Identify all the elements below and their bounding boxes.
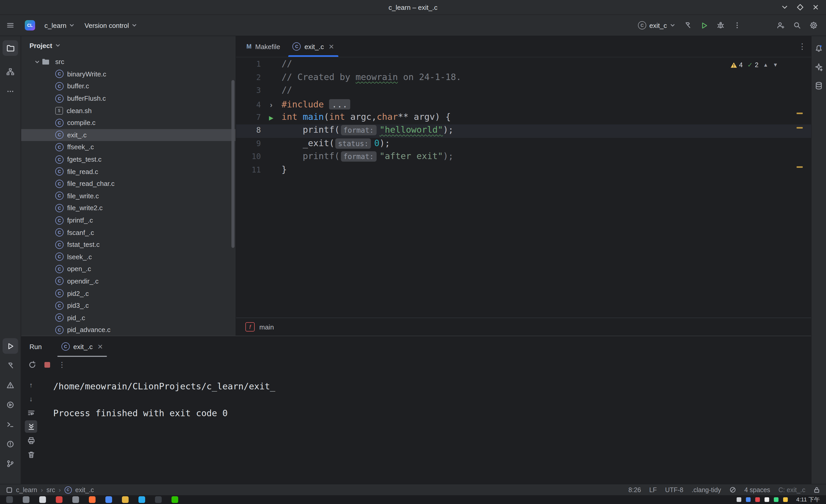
project-switcher[interactable]: c_learn: [40, 19, 78, 31]
warnings-count[interactable]: 4: [730, 61, 743, 68]
run-gutter-icon[interactable]: ▶: [269, 115, 274, 121]
taskbar-app-yellow[interactable]: [122, 496, 129, 503]
tool-more-button[interactable]: [3, 84, 18, 99]
taskbar-app-wechat[interactable]: [172, 496, 178, 503]
taskbar-app-telegram[interactable]: [138, 496, 145, 503]
tree-item-file_read_char.c[interactable]: Cfile_read_char.c: [21, 178, 236, 190]
encoding-widget[interactable]: UTF-8: [665, 486, 684, 493]
tree-item-lseek_.c[interactable]: Clseek_.c: [21, 251, 236, 263]
clear-all-button[interactable]: [25, 448, 37, 461]
tree-item-ffseek_.c[interactable]: Cffseek_.c: [21, 141, 236, 153]
build-button[interactable]: [680, 18, 695, 33]
ai-assistant-button[interactable]: [813, 61, 825, 73]
clang-tidy-widget[interactable]: .clang-tidy: [692, 486, 721, 493]
print-button[interactable]: [25, 434, 37, 447]
tree-item-pid3_.c[interactable]: Cpid3_.c: [21, 300, 236, 312]
taskbar-app-red[interactable]: [56, 496, 62, 503]
tool-build-button[interactable]: [3, 358, 18, 373]
inspections-widget-icon[interactable]: [729, 487, 736, 493]
tool-problems-button[interactable]: [3, 377, 18, 393]
status-crumb-src[interactable]: src: [47, 486, 55, 493]
up-stack-trace-button[interactable]: ↑: [25, 379, 37, 391]
tool-vcs-button[interactable]: [3, 456, 18, 471]
rerun-button[interactable]: [28, 361, 36, 368]
tree-item-file_write.c[interactable]: Cfile_write.c: [21, 190, 236, 202]
scroll-to-end-button[interactable]: [25, 420, 37, 433]
lock-icon[interactable]: [814, 487, 820, 493]
status-crumb-project[interactable]: c_learn: [16, 486, 37, 493]
stop-button[interactable]: [45, 362, 50, 367]
caret-position-widget[interactable]: 8:26: [629, 486, 641, 493]
expanded-chevron-icon[interactable]: [35, 59, 40, 65]
tab-close-icon[interactable]: ✕: [329, 43, 334, 50]
tree-item-pid_.c[interactable]: Cpid_.c: [21, 312, 236, 324]
taskbar-app-browser[interactable]: [105, 496, 112, 503]
tree-item-fstat_test.c[interactable]: Cfstat_test.c: [21, 239, 236, 251]
tree-item-bufferFlush.c[interactable]: CbufferFlush.c: [21, 92, 236, 105]
stripe-warning-mark[interactable]: [796, 127, 803, 129]
code-editor[interactable]: 1//2// Created by meowrain on 24-1-18.3/…: [236, 57, 811, 318]
search-everywhere-button[interactable]: [790, 18, 804, 33]
database-button[interactable]: [813, 79, 825, 92]
taskbar-tray-4[interactable]: [765, 497, 769, 502]
tree-item-binaryWrite.c[interactable]: CbinaryWrite.c: [21, 68, 236, 80]
project-scrollbar[interactable]: [231, 80, 235, 248]
soft-wrap-button[interactable]: [25, 406, 37, 419]
version-control-menu[interactable]: Version control: [80, 19, 141, 31]
tree-item-open_.c[interactable]: Copen_.c: [21, 263, 236, 275]
tree-item-fscanf_.c[interactable]: Cfscanf_.c: [21, 227, 236, 239]
stripe-warning-mark[interactable]: [796, 113, 803, 114]
tree-item-fprintf_.c[interactable]: Cfprintf_.c: [21, 214, 236, 226]
tree-item-buffer.c[interactable]: Cbuffer.c: [21, 80, 236, 92]
status-crumb-file[interactable]: exit_.c: [75, 486, 94, 493]
tree-item-opendir_.c[interactable]: Copendir_.c: [21, 275, 236, 287]
breadcrumb-function[interactable]: main: [259, 323, 274, 331]
tool-notifications-button[interactable]: [3, 436, 18, 452]
tree-item-exit_.c[interactable]: Cexit_.c: [21, 129, 236, 141]
run-button[interactable]: [697, 18, 711, 33]
fold-gutter-icon[interactable]: ›: [270, 100, 273, 109]
tree-item-clean.sh[interactable]: $clean.sh: [21, 105, 236, 117]
tree-item-pid2_.c[interactable]: Cpid2_.c: [21, 288, 236, 300]
tool-structure-button[interactable]: [3, 64, 18, 79]
main-menu-button[interactable]: [0, 21, 21, 29]
taskbar-app-firefox[interactable]: [89, 496, 96, 503]
tab-exit-c[interactable]: C exit_.c ✕: [286, 36, 340, 57]
run-tab-exit-c[interactable]: C exit_.c ✕: [56, 336, 108, 357]
settings-button[interactable]: [806, 18, 821, 33]
taskbar-app-dark[interactable]: [155, 496, 162, 503]
toolbar-more-button[interactable]: [730, 18, 745, 33]
taskbar-tray-1[interactable]: [737, 497, 742, 502]
taskbar-tray-5[interactable]: [774, 497, 779, 502]
tree-folder-src[interactable]: src: [21, 56, 236, 68]
down-stack-trace-button[interactable]: ↓: [25, 392, 37, 405]
minimize-button[interactable]: [780, 3, 789, 11]
tree-item-file_write2.c[interactable]: Cfile_write2.c: [21, 202, 236, 214]
tab-makefile[interactable]: M Makefile: [240, 36, 286, 57]
tree-item-compile.c[interactable]: Ccompile.c: [21, 117, 236, 129]
taskbar-app-editor[interactable]: [39, 496, 46, 503]
maximize-button[interactable]: [796, 3, 804, 11]
tool-terminal-button[interactable]: [3, 417, 18, 432]
stripe-warning-mark[interactable]: [796, 166, 803, 168]
tool-run-button[interactable]: [3, 338, 18, 354]
tool-project-button[interactable]: [3, 40, 18, 56]
taskbar-app-menu[interactable]: [6, 496, 13, 503]
taskbar-tray-2[interactable]: [746, 497, 751, 502]
next-problem-button[interactable]: ▼: [773, 62, 778, 68]
editor-options-button[interactable]: ⋮: [793, 36, 811, 57]
tree-item-pid_advance.c[interactable]: Cpid_advance.c: [21, 324, 236, 336]
run-config-selector[interactable]: C exit_c: [635, 19, 678, 32]
context-widget[interactable]: C: exit_.c: [778, 486, 805, 493]
tree-item-fgets_test.c[interactable]: Cfgets_test.c: [21, 153, 236, 166]
taskbar-app-files[interactable]: [23, 496, 30, 503]
run-tab-close-icon[interactable]: ✕: [97, 342, 103, 351]
taskbar-tray-3[interactable]: [756, 497, 760, 502]
indent-widget[interactable]: 4 spaces: [745, 486, 770, 493]
passed-count[interactable]: ✓ 2: [748, 61, 759, 69]
taskbar-tray-6[interactable]: [783, 497, 788, 502]
line-separator-widget[interactable]: LF: [649, 486, 657, 493]
project-panel-title[interactable]: Project: [30, 42, 52, 49]
debug-button[interactable]: [713, 18, 728, 33]
run-more-button[interactable]: ⋮: [58, 361, 66, 369]
